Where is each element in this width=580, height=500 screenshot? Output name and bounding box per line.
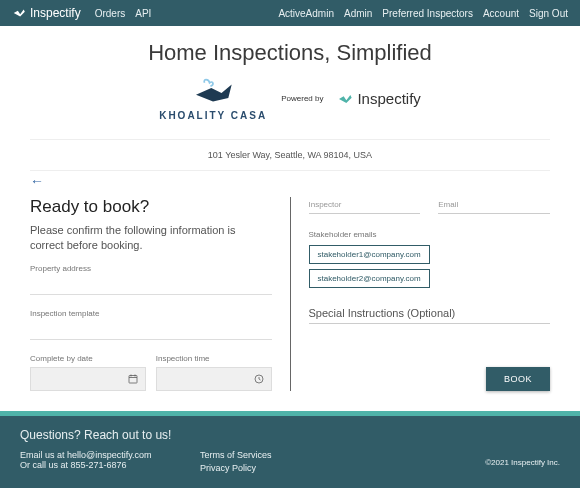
nav-account[interactable]: Account — [483, 8, 519, 19]
template-input[interactable] — [30, 322, 272, 340]
hero: Home Inspections, Simplified KHOALITY CA… — [0, 26, 580, 139]
svg-rect-0 — [129, 375, 137, 383]
khoality-logo: KHOALITY CASA — [159, 76, 267, 121]
inspector-label: Inspector — [309, 200, 342, 209]
page-title: Home Inspections, Simplified — [30, 40, 550, 66]
email-input[interactable]: Email — [438, 197, 550, 214]
partner-logos: KHOALITY CASA Powered by Inspectify — [30, 76, 550, 121]
special-instructions-input[interactable]: Special Instructions (Optional) — [309, 307, 551, 324]
footer-contact: Questions? Reach out to us! Email us at … — [20, 428, 200, 476]
footer-terms-link[interactable]: Terms of Services — [200, 450, 380, 460]
booking-subheading: Please confirm the following information… — [30, 223, 272, 254]
stakeholder-chip[interactable]: stakeholder1@company.com — [309, 245, 430, 264]
inspection-time-input[interactable] — [156, 367, 272, 391]
time-label: Inspection time — [156, 354, 272, 363]
main-content: Ready to book? Please confirm the follow… — [0, 191, 580, 411]
booking-form-right: Inspector Email Stakeholder emails stake… — [290, 197, 551, 391]
property-address-label: Property address — [30, 264, 272, 273]
khoality-text: KHOALITY CASA — [159, 110, 267, 121]
nav-api[interactable]: API — [135, 8, 151, 19]
footer-email-line: Email us at hello@inspectify.com — [20, 450, 200, 460]
nav-preferred-inspectors[interactable]: Preferred Inspectors — [382, 8, 473, 19]
inspectify-bird-icon — [337, 91, 353, 107]
property-address-input[interactable] — [30, 277, 272, 295]
clock-icon — [253, 373, 265, 385]
inspectify-text: Inspectify — [357, 90, 420, 107]
footer-heading: Questions? Reach out to us! — [20, 428, 200, 442]
book-button[interactable]: BOOK — [486, 367, 550, 391]
footer-phone-line: Or call us at 855-271-6876 — [20, 460, 200, 470]
nav-left: Orders API — [95, 8, 152, 19]
footer-copyright: ©2021 Inspectify Inc. — [380, 428, 560, 476]
footer-privacy-link[interactable]: Privacy Policy — [200, 463, 380, 473]
powered-by-text: Powered by — [281, 94, 323, 103]
footer-links: Terms of Services Privacy Policy — [200, 428, 380, 476]
email-label: Email — [438, 200, 458, 209]
hummingbird-icon — [12, 6, 26, 20]
special-instructions-label: Special Instructions (Optional) — [309, 307, 456, 319]
calendar-icon — [127, 373, 139, 385]
nav-orders[interactable]: Orders — [95, 8, 126, 19]
nav-right: ActiveAdmin Admin Preferred Inspectors A… — [278, 8, 568, 19]
topbar: Inspectify Orders API ActiveAdmin Admin … — [0, 0, 580, 26]
stakeholder-chip[interactable]: stakeholder2@company.com — [309, 269, 430, 288]
back-arrow-icon[interactable]: ← — [0, 171, 580, 191]
nav-signout[interactable]: Sign Out — [529, 8, 568, 19]
brand-text: Inspectify — [30, 6, 81, 20]
inspectify-logo: Inspectify — [337, 90, 420, 107]
complete-by-date-input[interactable] — [30, 367, 146, 391]
footer: Questions? Reach out to us! Email us at … — [0, 416, 580, 488]
stakeholder-label: Stakeholder emails — [309, 230, 551, 239]
date-label: Complete by date — [30, 354, 146, 363]
property-address-display: 101 Yesler Way, Seattle, WA 98104, USA — [0, 140, 580, 170]
nav-activeadmin[interactable]: ActiveAdmin — [278, 8, 334, 19]
khoality-bird-icon — [187, 76, 239, 110]
nav-admin[interactable]: Admin — [344, 8, 372, 19]
booking-heading: Ready to book? — [30, 197, 272, 217]
template-label: Inspection template — [30, 309, 272, 318]
brand-logo[interactable]: Inspectify — [12, 6, 81, 20]
inspector-input[interactable]: Inspector — [309, 197, 421, 214]
booking-form-left: Ready to book? Please confirm the follow… — [30, 197, 272, 391]
